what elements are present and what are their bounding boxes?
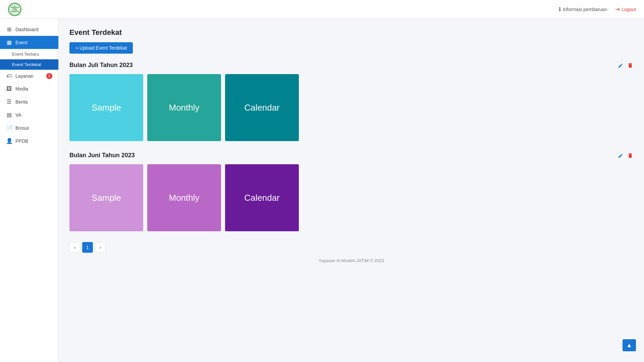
card-juni-2[interactable]: Monthly [147, 164, 221, 231]
sidebar-item-layanan[interactable]: 🏷 Layanan 5 [0, 70, 58, 82]
upload-event-btn[interactable]: + Upload Event Terdekat [69, 42, 133, 54]
scroll-top-btn[interactable]: ▲ [623, 339, 636, 351]
section-juli-actions [618, 62, 633, 68]
card-juli-2-label: Monthly [169, 103, 199, 113]
info-label: Informasi pembaruan [563, 7, 607, 12]
pagination-prev[interactable]: ‹ [69, 242, 80, 253]
card-juni-3-label: Calendar [244, 193, 280, 203]
sidebar-item-dashboard[interactable]: ⊞ Dashboard [0, 23, 58, 36]
section-juni: Bulan Juni Tahun 2023 S [69, 152, 633, 231]
section-juli: Bulan Juli Tahun 2023 S [69, 62, 633, 141]
card-juli-3-label: Calendar [244, 103, 280, 113]
page-title: Event Terdekat [69, 28, 633, 37]
pagination-page-1[interactable]: 1 [82, 242, 93, 253]
delete-icon [627, 62, 633, 68]
logo-image: SEKOLAH SANG PEMIMPIN [8, 3, 21, 16]
logout-icon: ⇥ [615, 6, 620, 12]
grid-icon: ⊞ [6, 26, 12, 33]
person-icon: 👤 [6, 138, 12, 144]
delete-juli-btn[interactable] [627, 62, 633, 68]
edit-juni-icon [618, 153, 624, 159]
logo-area: SEKOLAH SANG PEMIMPIN [8, 3, 21, 16]
pagination: ‹ 1 › [69, 242, 633, 253]
navbar-right: ℹ Informasi pembaruan ⇥ Logout [559, 6, 636, 12]
sidebar-label-event-terdekat: Event Terdekat [12, 62, 41, 67]
svg-text:PEMIMPIN: PEMIMPIN [11, 10, 19, 12]
info-icon: ℹ [559, 6, 561, 12]
section-juni-actions [618, 153, 633, 159]
section-juli-header: Bulan Juli Tahun 2023 [69, 62, 633, 69]
sidebar-item-va[interactable]: ▤ VA [0, 108, 58, 121]
card-juli-2[interactable]: Monthly [147, 74, 221, 141]
logo-svg: SEKOLAH SANG PEMIMPIN [9, 3, 21, 15]
sidebar-item-event[interactable]: ▦ Event [0, 36, 58, 49]
footer: Yayasan Al Muslim JATIM © 2023 [69, 253, 633, 266]
card-juni-1[interactable]: Sample [69, 164, 143, 231]
card-juni-2-label: Monthly [169, 193, 199, 203]
pagination-next[interactable]: › [95, 242, 106, 253]
edit-juni-btn[interactable] [618, 153, 624, 159]
logout-btn[interactable]: ⇥ Logout [615, 6, 636, 12]
card-juli-3[interactable]: Calendar [225, 74, 299, 141]
sidebar-item-media[interactable]: 🖼 Media [0, 82, 58, 95]
sidebar-label-berita: Berita [15, 99, 28, 105]
calendar-icon: ▦ [6, 39, 12, 46]
sidebar-label-event: Event [15, 40, 28, 45]
list-icon: ☰ [6, 99, 12, 105]
sidebar: ⊞ Dashboard ▦ Event Event Terbaru Event … [0, 19, 59, 362]
app-body: ⊞ Dashboard ▦ Event Event Terbaru Event … [0, 19, 644, 362]
sidebar-label-layanan: Layanan [15, 73, 34, 79]
top-navbar: SEKOLAH SANG PEMIMPIN ℹ Informasi pembar… [0, 0, 644, 19]
section-juni-cards: Sample Monthly Calendar [69, 164, 633, 231]
delete-juni-btn[interactable] [627, 153, 633, 159]
sidebar-item-event-terbaru[interactable]: Event Terbaru [0, 49, 58, 59]
section-juni-title: Bulan Juni Tahun 2023 [69, 152, 135, 159]
card-juni-3[interactable]: Calendar [225, 164, 299, 231]
edit-icon [618, 62, 624, 68]
logout-label: Logout [622, 7, 636, 12]
sidebar-label-media: Media [15, 86, 28, 92]
footer-text: Yayasan Al Muslim JATIM © 2023 [319, 258, 384, 263]
layanan-badge: 5 [46, 73, 52, 79]
tag-icon: 🏷 [6, 73, 12, 79]
info-pembaruan[interactable]: ℹ Informasi pembaruan [559, 6, 607, 12]
section-juni-header: Bulan Juni Tahun 2023 [69, 152, 633, 159]
file-icon: 📄 [6, 125, 12, 131]
card-juli-1[interactable]: Sample [69, 74, 143, 141]
card-juli-1-label: Sample [92, 103, 121, 113]
edit-juli-btn[interactable] [618, 62, 624, 68]
sidebar-item-brosur[interactable]: 📄 Brosur [0, 121, 58, 134]
scroll-top-icon: ▲ [626, 342, 632, 349]
sidebar-label-va: VA [15, 112, 21, 118]
section-juli-cards: Sample Monthly Calendar [69, 74, 633, 141]
sidebar-label-brosur: Brosur [15, 125, 29, 131]
sidebar-item-berita[interactable]: ☰ Berita [0, 95, 58, 108]
sidebar-label-dashboard: Dashboard [15, 27, 39, 32]
section-juli-title: Bulan Juli Tahun 2023 [69, 62, 133, 69]
main-content: Event Terdekat + Upload Event Terdekat B… [59, 19, 644, 362]
image-icon: 🖼 [6, 86, 12, 92]
sidebar-item-ppdb[interactable]: 👤 PPDB [0, 134, 58, 147]
creditcard-icon: ▤ [6, 112, 12, 118]
sidebar-label-event-terbaru: Event Terbaru [12, 52, 39, 57]
sidebar-label-ppdb: PPDB [15, 138, 28, 144]
card-juni-1-label: Sample [92, 193, 121, 203]
delete-juni-icon [627, 153, 633, 159]
sidebar-item-event-terdekat[interactable]: Event Terdekat [0, 59, 58, 70]
